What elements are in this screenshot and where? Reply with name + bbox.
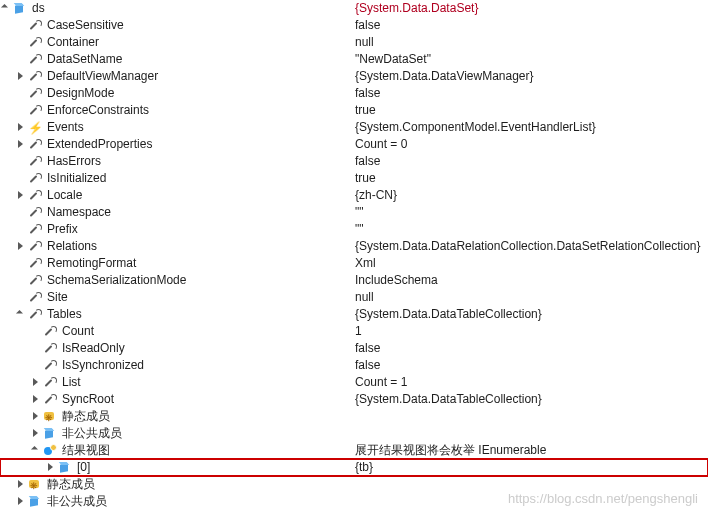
indent xyxy=(0,340,15,357)
expander-icon[interactable] xyxy=(15,136,27,153)
tree-row[interactable]: ExtendedPropertiesCount = 0 xyxy=(0,136,708,153)
name-cell[interactable]: ds xyxy=(0,0,355,17)
wrench-icon xyxy=(27,273,43,289)
tree-row[interactable]: Locale{zh-CN} xyxy=(0,187,708,204)
name-cell[interactable]: Locale xyxy=(0,187,355,204)
property-value: null xyxy=(355,289,708,306)
name-cell: Container xyxy=(0,34,355,51)
name-cell[interactable]: Events xyxy=(0,119,355,136)
indent xyxy=(0,391,15,408)
tree-row: Containernull xyxy=(0,34,708,51)
name-cell[interactable]: Tables xyxy=(0,306,355,323)
name-cell[interactable]: 静态成员 xyxy=(0,476,355,493)
tree-row[interactable]: 非公共成员 xyxy=(0,425,708,442)
tree-row[interactable]: 非公共成员 xyxy=(0,493,708,510)
indent xyxy=(0,374,15,391)
property-name: Relations xyxy=(47,238,97,255)
tree-row[interactable]: 静态成员 xyxy=(0,408,708,425)
tree-row: EnforceConstraintstrue xyxy=(0,102,708,119)
property-value: 展开结果视图将会枚举 IEnumerable xyxy=(355,442,708,459)
name-cell[interactable]: 结果视图 xyxy=(0,442,355,459)
expander-icon[interactable] xyxy=(45,459,57,476)
expander-icon[interactable] xyxy=(15,119,27,136)
property-name: [0] xyxy=(77,459,90,476)
indent xyxy=(0,323,15,340)
expander-icon[interactable] xyxy=(0,0,12,17)
cube-icon xyxy=(42,426,58,442)
indent xyxy=(0,153,15,170)
property-name: IsInitialized xyxy=(47,170,106,187)
indent xyxy=(15,357,30,374)
expander-icon[interactable] xyxy=(30,408,42,425)
expander-none xyxy=(15,289,27,306)
property-name: EnforceConstraints xyxy=(47,102,149,119)
indent xyxy=(0,85,15,102)
wrench-icon xyxy=(27,171,43,187)
indent xyxy=(0,102,15,119)
wrench-icon xyxy=(42,358,58,374)
indent xyxy=(15,340,30,357)
tree-row[interactable]: Tables{System.Data.DataTableCollection} xyxy=(0,306,708,323)
name-cell[interactable]: ExtendedProperties xyxy=(0,136,355,153)
tree-row[interactable]: Events{System.ComponentModel.EventHandle… xyxy=(0,119,708,136)
expander-icon[interactable] xyxy=(15,68,27,85)
property-value: false xyxy=(355,357,708,374)
property-name: Site xyxy=(47,289,68,306)
wrench-icon xyxy=(27,307,43,323)
indent xyxy=(0,34,15,51)
property-name: CaseSensitive xyxy=(47,17,124,34)
tree-row[interactable]: Relations{System.Data.DataRelationCollec… xyxy=(0,238,708,255)
expander-icon[interactable] xyxy=(30,374,42,391)
expander-icon[interactable] xyxy=(15,306,27,323)
name-cell: IsSynchronized xyxy=(0,357,355,374)
tree-row[interactable]: ds{System.Data.DataSet} xyxy=(0,0,708,17)
name-cell: CaseSensitive xyxy=(0,17,355,34)
name-cell[interactable]: DefaultViewManager xyxy=(0,68,355,85)
lightning-icon xyxy=(27,120,43,136)
expander-icon[interactable] xyxy=(15,493,27,510)
name-cell[interactable]: Relations xyxy=(0,238,355,255)
indent xyxy=(0,493,15,510)
name-cell[interactable]: 静态成员 xyxy=(0,408,355,425)
property-value: 1 xyxy=(355,323,708,340)
property-value: true xyxy=(355,102,708,119)
tree-row: DataSetName"NewDataSet" xyxy=(0,51,708,68)
property-value: {System.Data.DataSet} xyxy=(355,0,708,17)
indent xyxy=(15,459,30,476)
property-value: IncludeSchema xyxy=(355,272,708,289)
tree-row[interactable]: [0]{tb} xyxy=(0,459,708,476)
expander-icon[interactable] xyxy=(15,238,27,255)
wrench-icon xyxy=(27,52,43,68)
name-cell[interactable]: List xyxy=(0,374,355,391)
wrench-icon xyxy=(27,69,43,85)
property-name: DesignMode xyxy=(47,85,114,102)
watch-tree: ds{System.Data.DataSet}CaseSensitivefals… xyxy=(0,0,708,510)
name-cell[interactable]: SyncRoot xyxy=(0,391,355,408)
expander-icon[interactable] xyxy=(15,187,27,204)
name-cell[interactable]: [0] xyxy=(0,459,355,476)
indent xyxy=(0,136,15,153)
name-cell: Prefix xyxy=(0,221,355,238)
name-cell[interactable]: 非公共成员 xyxy=(0,493,355,510)
expander-icon[interactable] xyxy=(30,425,42,442)
property-value: Xml xyxy=(355,255,708,272)
expander-icon[interactable] xyxy=(30,391,42,408)
indent xyxy=(0,476,15,493)
name-cell[interactable]: 非公共成员 xyxy=(0,425,355,442)
tree-row[interactable]: ListCount = 1 xyxy=(0,374,708,391)
expander-icon[interactable] xyxy=(15,476,27,493)
tree-row[interactable]: DefaultViewManager{System.Data.DataViewM… xyxy=(0,68,708,85)
property-value: null xyxy=(355,34,708,51)
expander-none xyxy=(15,221,27,238)
tree-row[interactable]: 结果视图展开结果视图将会枚举 IEnumerable xyxy=(0,442,708,459)
wrench-icon xyxy=(27,239,43,255)
tree-row[interactable]: SyncRoot{System.Data.DataTableCollection… xyxy=(0,391,708,408)
tree-row[interactable]: 静态成员 xyxy=(0,476,708,493)
expander-icon[interactable] xyxy=(30,442,42,459)
property-value: {System.ComponentModel.EventHandlerList} xyxy=(355,119,708,136)
property-name: DataSetName xyxy=(47,51,122,68)
tree-row: Sitenull xyxy=(0,289,708,306)
tree-row: IsInitializedtrue xyxy=(0,170,708,187)
wrench-icon xyxy=(27,35,43,51)
indent xyxy=(0,170,15,187)
